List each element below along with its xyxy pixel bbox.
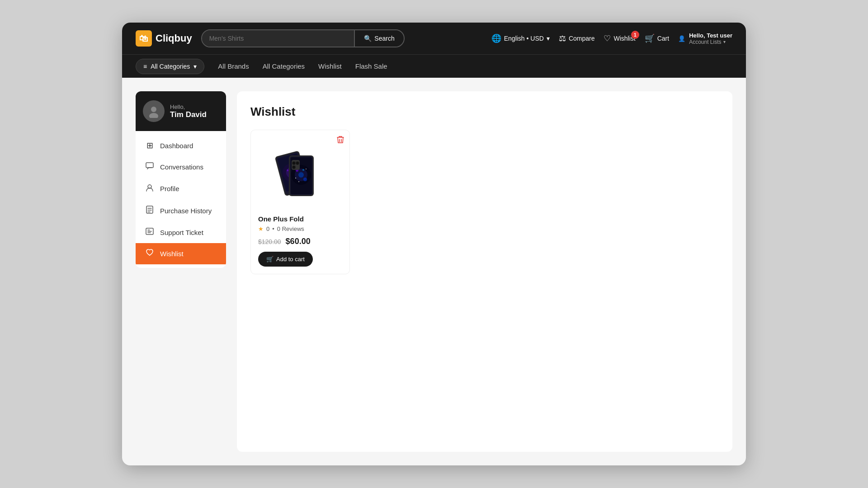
products-grid: One Plus Fold ★ 0 • 0 Reviews $120.00 $6… bbox=[250, 130, 719, 274]
svg-point-25 bbox=[302, 169, 304, 171]
sidebar-dashboard-label: Dashboard bbox=[160, 142, 193, 150]
app-name: Cliqbuy bbox=[156, 33, 192, 44]
svg-point-22 bbox=[298, 172, 304, 178]
account-lists-label: Account Lists bbox=[689, 39, 721, 45]
sidebar-conversations-label: Conversations bbox=[160, 163, 203, 171]
header: 🛍 Cliqbuy 🔍 Search 🌐 English • USD ▾ ⚖ C… bbox=[122, 23, 746, 54]
sidebar-item-support-ticket[interactable]: Support Ticket bbox=[136, 222, 226, 243]
search-bar: 🔍 Search bbox=[201, 29, 405, 47]
language-label: English • USD bbox=[504, 35, 544, 42]
add-to-cart-button[interactable]: 🛒 Add to cart bbox=[258, 252, 313, 267]
user-menu[interactable]: 👤 Hello, Test user Account Lists ▾ bbox=[678, 32, 732, 45]
sidebar-profile-label: Profile bbox=[160, 185, 179, 192]
price-row: $120.00 $60.00 bbox=[258, 237, 342, 246]
svg-point-31 bbox=[292, 162, 295, 164]
search-button[interactable]: 🔍 Search bbox=[354, 30, 403, 47]
nav-flash-sale[interactable]: Flash Sale bbox=[355, 62, 387, 70]
svg-point-35 bbox=[292, 166, 295, 169]
support-ticket-icon bbox=[145, 228, 155, 237]
nav-wishlist[interactable]: Wishlist bbox=[318, 62, 342, 70]
conversations-icon bbox=[145, 162, 155, 172]
cart-button[interactable]: 🛒 Cart bbox=[645, 33, 669, 43]
sidebar: Hello, Tim David ⊞ Dashboard Co bbox=[136, 91, 226, 268]
nav-all-brands[interactable]: All Brands bbox=[218, 62, 249, 70]
product-card: One Plus Fold ★ 0 • 0 Reviews $120.00 $6… bbox=[250, 130, 350, 274]
product-rating: ★ 0 • 0 Reviews bbox=[258, 225, 342, 232]
header-actions: 🌐 English • USD ▾ ⚖ Compare ♡ 1 Wishlist… bbox=[491, 32, 732, 45]
sidebar-menu: ⊞ Dashboard Conversations bbox=[136, 131, 226, 268]
navbar: ≡ All Categories ▾ All Brands All Catego… bbox=[122, 54, 746, 78]
sidebar-purchase-label: Purchase History bbox=[160, 207, 212, 215]
search-icon: 🔍 bbox=[364, 35, 372, 42]
cart-icon: 🛒 bbox=[266, 256, 274, 263]
sidebar-item-profile[interactable]: Profile bbox=[136, 178, 226, 200]
purchase-history-icon bbox=[145, 206, 155, 216]
reviews-count: 0 Reviews bbox=[277, 225, 304, 232]
profile-icon bbox=[145, 183, 155, 194]
wishlist-badge: 1 bbox=[631, 31, 639, 39]
new-price: $60.00 bbox=[286, 237, 311, 246]
search-label: Search bbox=[374, 35, 394, 42]
svg-point-27 bbox=[306, 169, 307, 169]
wishlist-button[interactable]: ♡ 1 Wishlist bbox=[604, 33, 635, 43]
compare-icon: ⚖ bbox=[559, 33, 566, 43]
logo[interactable]: 🛍 Cliqbuy bbox=[136, 30, 192, 47]
sidebar-hello: Hello, bbox=[170, 103, 207, 110]
all-categories-label: All Categories bbox=[151, 63, 190, 70]
wishlist-icon bbox=[145, 249, 155, 258]
sidebar-item-dashboard[interactable]: ⊞ Dashboard bbox=[136, 135, 226, 156]
chevron-down-icon: ▾ bbox=[547, 35, 550, 42]
rating-value: 0 bbox=[266, 225, 269, 232]
nav-all-categories[interactable]: All Categories bbox=[263, 62, 305, 70]
svg-point-28 bbox=[298, 181, 299, 182]
svg-point-26 bbox=[295, 178, 296, 178]
compare-label: Compare bbox=[569, 35, 595, 42]
add-to-cart-label: Add to cart bbox=[276, 256, 305, 263]
chevron-down-icon: ▾ bbox=[193, 63, 197, 70]
user-icon: 👤 bbox=[678, 35, 685, 42]
compare-button[interactable]: ⚖ Compare bbox=[559, 33, 595, 43]
svg-point-0 bbox=[151, 107, 156, 112]
sidebar-header: Hello, Tim David bbox=[136, 91, 226, 131]
svg-point-1 bbox=[149, 113, 158, 118]
sidebar-support-label: Support Ticket bbox=[160, 229, 203, 236]
avatar bbox=[143, 100, 165, 122]
cart-icon: 🛒 bbox=[645, 33, 655, 43]
svg-point-33 bbox=[296, 162, 299, 164]
sidebar-username: Tim David bbox=[170, 110, 207, 119]
product-name: One Plus Fold bbox=[258, 215, 342, 223]
chevron-down-icon: ▾ bbox=[723, 39, 726, 44]
heart-icon: ♡ bbox=[604, 33, 611, 43]
main-content: Hello, Tim David ⊞ Dashboard Co bbox=[122, 78, 746, 465]
svg-point-24 bbox=[303, 178, 307, 181]
cart-label: Cart bbox=[657, 35, 669, 42]
menu-icon: ≡ bbox=[143, 63, 147, 70]
language-selector[interactable]: 🌐 English • USD ▾ bbox=[491, 33, 550, 43]
globe-icon: 🌐 bbox=[491, 33, 501, 43]
sidebar-wishlist-label: Wishlist bbox=[160, 250, 184, 258]
sidebar-item-conversations[interactable]: Conversations bbox=[136, 156, 226, 178]
delete-button[interactable] bbox=[337, 136, 344, 146]
sidebar-item-wishlist[interactable]: Wishlist bbox=[136, 243, 226, 264]
old-price: $120.00 bbox=[258, 238, 281, 245]
content-area: Wishlist bbox=[237, 91, 732, 452]
user-greeting: Hello, Test user bbox=[689, 32, 732, 39]
all-categories-button[interactable]: ≡ All Categories ▾ bbox=[136, 59, 204, 74]
svg-rect-2 bbox=[146, 163, 153, 168]
search-input[interactable] bbox=[202, 30, 354, 47]
dashboard-icon: ⊞ bbox=[145, 141, 155, 150]
star-icon: ★ bbox=[258, 225, 264, 232]
sidebar-item-purchase-history[interactable]: Purchase History bbox=[136, 200, 226, 222]
page-title: Wishlist bbox=[250, 105, 719, 119]
product-image bbox=[258, 137, 342, 210]
logo-icon: 🛍 bbox=[136, 30, 152, 47]
